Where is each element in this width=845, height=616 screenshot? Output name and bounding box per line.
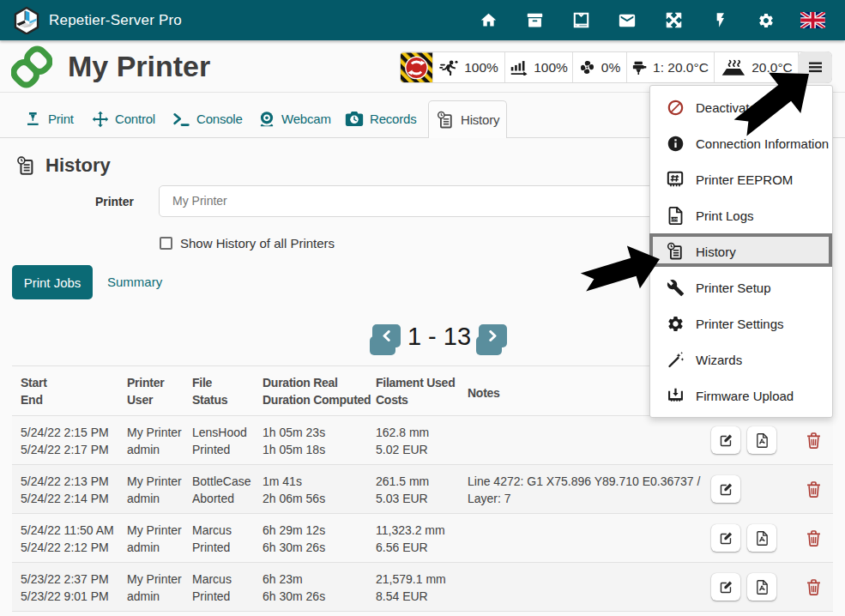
summary-link[interactable]: Summary: [107, 265, 162, 299]
edit-notes-button[interactable]: [711, 524, 740, 552]
archive-icon[interactable]: [511, 0, 558, 40]
edit-notes-button[interactable]: [711, 475, 740, 503]
printer-status-toolbar: 100% 100% 0%: [400, 51, 832, 83]
tab-label: Webcam: [281, 112, 331, 126]
repetier-logo-icon[interactable]: [13, 6, 40, 38]
svg-text:LOG: LOG: [670, 217, 678, 221]
gear-icon[interactable]: [743, 0, 789, 40]
cell-line: 5.02 EUR: [376, 441, 468, 458]
tab-records[interactable]: Records: [345, 100, 416, 137]
navbar-icons: [465, 0, 836, 40]
cell-line: 5/23/22 9:01 PM: [21, 588, 127, 605]
cell-line: 21,579.1 mm: [376, 571, 468, 588]
expand-arrows-icon[interactable]: [650, 0, 697, 40]
trash-icon: [806, 432, 821, 449]
cell-line: My Printer: [127, 473, 192, 490]
emergency-stop-button[interactable]: [401, 52, 433, 82]
speed-value: 100%: [464, 60, 498, 75]
home-icon[interactable]: [465, 0, 511, 40]
fan-icon: [579, 59, 595, 75]
frame-icon[interactable]: [558, 0, 604, 40]
pdf-report-button[interactable]: [747, 573, 776, 601]
cell-line: Printed: [192, 441, 263, 458]
bolt-icon[interactable]: [697, 0, 743, 40]
cell-line: Marcus: [192, 522, 263, 539]
menu-item-firmware-upload[interactable]: Firmware Upload: [650, 377, 832, 414]
tab-control[interactable]: Control: [92, 100, 155, 137]
menu-item-label: Firmware Upload: [696, 389, 794, 403]
cell-line: Printed: [192, 539, 263, 556]
delete-job-button[interactable]: [806, 530, 821, 547]
menu-item-label: Printer Setup: [696, 281, 771, 295]
speed-status[interactable]: 100%: [433, 52, 505, 82]
column-header-line: Start: [21, 374, 127, 391]
table-row: 5/23/22 2:37 PM5/23/22 9:01 PM My Printe…: [12, 563, 833, 612]
menu-item-wizards[interactable]: Wizards: [650, 341, 832, 377]
pdf-report-button[interactable]: [747, 524, 776, 552]
printer-menu-button[interactable]: [798, 51, 832, 83]
cell-line: LensHood: [192, 424, 263, 441]
log-file-icon: LOG: [665, 207, 685, 225]
connection-link-icon[interactable]: [11, 45, 52, 92]
cell-line: 6.56 EUR: [376, 539, 468, 556]
cell-line: 6h 30m 26s: [263, 588, 376, 605]
cell-line: My Printer: [127, 571, 192, 588]
cell-line: 1h 05m 18s: [263, 441, 376, 458]
print-jobs-button[interactable]: Print Jobs: [12, 265, 93, 299]
show-all-printers-label: Show History of all Printers: [180, 236, 335, 251]
delete-job-button[interactable]: [806, 579, 821, 595]
menu-item-printer-setup[interactable]: Printer Setup: [650, 269, 832, 305]
cell-line: Marcus: [192, 571, 263, 588]
cell-line: 5/24/22 2:15 PM: [21, 424, 127, 441]
menu-item-label: Printer EEPROM: [696, 172, 793, 187]
column-header-line: Duration Computed: [263, 391, 376, 408]
flow-status[interactable]: 100%: [505, 52, 573, 82]
cell-line: 5/24/22 2:17 PM: [21, 441, 127, 458]
menu-item-print-logs[interactable]: LOG Print Logs: [650, 197, 832, 233]
history-heading-icon: [15, 155, 36, 177]
tab-webcam[interactable]: Webcam: [258, 100, 331, 137]
history-tab-icon: [436, 111, 455, 130]
delete-job-button[interactable]: [806, 432, 821, 449]
cell-line: 5/23/22 2:37 PM: [21, 571, 127, 588]
printer-name: My Printer: [68, 50, 210, 83]
cell-line: 8.54 EUR: [376, 588, 468, 605]
tab-console[interactable]: Console: [172, 100, 243, 137]
tab-history[interactable]: History: [428, 100, 507, 138]
settings-gear-icon: [665, 315, 685, 333]
bed-temp-status[interactable]: 20.0°C: [715, 52, 799, 82]
extruder-temp-status[interactable]: 1: 20.0°C: [627, 52, 715, 82]
menu-item-printer-settings[interactable]: Printer Settings: [650, 305, 832, 341]
cell-line: 6h 29m 12s: [263, 522, 376, 539]
cell-line: 5/24/22 2:12 PM: [21, 539, 127, 556]
trash-icon: [806, 530, 821, 547]
column-header-line: Costs: [376, 391, 468, 408]
fan-status[interactable]: 0%: [573, 52, 627, 82]
edit-notes-button[interactable]: [711, 573, 740, 601]
tab-print[interactable]: Print: [26, 100, 74, 137]
cell-line: 261.5 mm: [376, 473, 468, 490]
heated-bed-icon: [720, 58, 745, 77]
show-all-printers-checkbox[interactable]: [160, 237, 172, 250]
edit-notes-button[interactable]: [711, 426, 740, 454]
cell-line: 11,323.2 mm: [376, 522, 468, 539]
menu-item-connection-information[interactable]: Connection Information: [650, 125, 832, 161]
printer-select-label: Printer: [0, 195, 134, 208]
envelope-icon[interactable]: [604, 0, 650, 40]
delete-job-button[interactable]: [806, 481, 821, 498]
column-header-line: User: [127, 391, 192, 408]
file-pdf-icon: [756, 531, 769, 546]
column-header-line: Duration Real: [263, 374, 376, 391]
file-pdf-icon: [756, 580, 769, 595]
wrench-icon: [665, 279, 685, 297]
magic-wand-icon: [665, 351, 685, 369]
cell-line: Printed: [192, 588, 263, 605]
webcam-tab-icon: [258, 111, 275, 128]
menu-item-deactivate[interactable]: Deactivate: [650, 89, 832, 125]
next-page-button[interactable]: [479, 324, 507, 347]
uk-flag-icon[interactable]: [789, 0, 836, 40]
menu-item-printer-eeprom[interactable]: Printer EEPROM: [650, 161, 832, 197]
page-range-label: 1 - 13: [396, 323, 482, 351]
pdf-report-button[interactable]: [747, 426, 776, 454]
menu-item-history[interactable]: History: [650, 233, 832, 269]
